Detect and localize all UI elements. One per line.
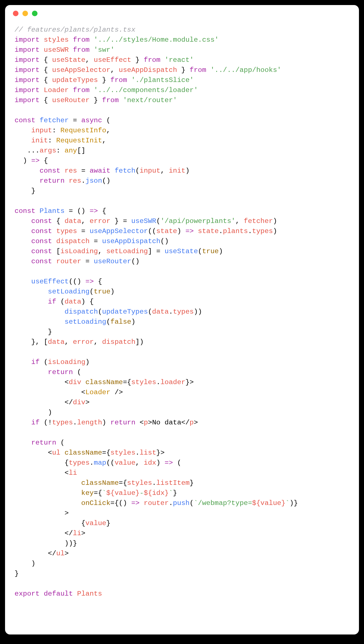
- jsx-tag: p: [190, 419, 194, 426]
- punc: (: [190, 499, 194, 507]
- punc: ] =: [148, 247, 165, 255]
- punc: <: [140, 419, 144, 426]
- punc: .: [169, 499, 173, 507]
- punc: ${: [252, 499, 260, 507]
- punc: ((): [69, 278, 85, 285]
- punc: =: [90, 237, 102, 245]
- jsx-tag: Loader: [85, 388, 110, 396]
- punc: </: [48, 549, 56, 557]
- jsx-tag: ul: [56, 549, 65, 557]
- ident: styles: [44, 36, 69, 44]
- punc: {: [39, 66, 52, 74]
- call: setLoading: [65, 318, 106, 326]
- punc: ,: [160, 167, 169, 175]
- punc: (: [39, 358, 48, 366]
- kw-export: export: [15, 590, 39, 598]
- kw-import: import: [15, 86, 39, 94]
- ident: error: [90, 217, 110, 225]
- punc: =: [77, 227, 90, 235]
- kw-if: if: [48, 298, 56, 305]
- call: setLoading: [48, 288, 90, 295]
- call: fetch: [115, 167, 135, 175]
- jsx-tag: div: [73, 398, 85, 406]
- punc: [136, 419, 140, 426]
- punc: =: [81, 257, 94, 265]
- bool: false: [110, 318, 131, 326]
- ident: state: [198, 227, 219, 235]
- punc: .: [169, 308, 173, 316]
- close-icon[interactable]: [13, 11, 18, 16]
- arrow: =>: [31, 157, 40, 164]
- punc: ]): [136, 338, 144, 346]
- punc: {: [39, 56, 52, 64]
- call: useAppSelector: [90, 227, 148, 235]
- punc: >: [65, 509, 69, 517]
- punc: (: [73, 368, 81, 376]
- kw-import: import: [15, 56, 39, 64]
- kw-import: import: [15, 96, 39, 104]
- punc: ={(): [110, 499, 131, 507]
- punc: ))}: [65, 539, 77, 547]
- punc: (: [148, 308, 152, 316]
- kw-default: default: [44, 590, 73, 598]
- kw-const: const: [31, 257, 52, 265]
- ident: list: [139, 449, 156, 457]
- minimize-icon[interactable]: [22, 11, 28, 16]
- punc: (: [106, 318, 110, 326]
- ident: styles: [131, 378, 156, 386]
- tmpl: `: [102, 489, 106, 497]
- punc: }: [15, 570, 19, 577]
- ident: value: [260, 499, 281, 507]
- punc: <: [81, 388, 85, 396]
- punc: )}: [290, 499, 298, 507]
- call: useEffect: [31, 278, 69, 285]
- text: No data: [152, 419, 181, 426]
- param: init: [31, 137, 48, 144]
- punc: [81, 378, 85, 386]
- punc: {: [94, 278, 102, 285]
- kw-from: from: [110, 76, 127, 84]
- ident: styles: [127, 479, 152, 487]
- ident: listItem: [156, 479, 190, 487]
- punc: {: [39, 96, 52, 104]
- param: input: [31, 126, 52, 134]
- kw-from: from: [144, 56, 160, 64]
- ident: router: [56, 257, 81, 265]
- punc: >: [65, 549, 69, 557]
- punc: (: [56, 298, 65, 305]
- string: 'react': [165, 56, 194, 64]
- jsx-tag: div: [69, 378, 81, 386]
- kw-const: const: [31, 227, 52, 235]
- punc: ): [185, 167, 190, 175]
- jsx-tag: li: [69, 469, 77, 477]
- window-titlebar: [5, 5, 359, 22]
- punc: ,: [85, 56, 94, 64]
- kw-async: async: [81, 116, 102, 124]
- code-comment: // features/plants/plants.tsx: [15, 26, 136, 34]
- kw-import: import: [15, 46, 39, 54]
- ident: Plants: [77, 590, 102, 598]
- ident: types: [69, 459, 89, 467]
- punc: :: [48, 137, 56, 144]
- punc: }: [106, 519, 110, 527]
- punc: (: [102, 116, 111, 124]
- string: 'swr': [94, 46, 115, 54]
- punc: }: [165, 489, 169, 497]
- call: useState: [165, 247, 198, 255]
- kw-if: if: [31, 358, 40, 366]
- punc: ={: [123, 378, 131, 386]
- punc: (: [156, 217, 160, 225]
- jsx-attr: className: [85, 378, 123, 386]
- ident: types: [52, 419, 73, 426]
- type: any: [65, 147, 77, 154]
- maximize-icon[interactable]: [32, 11, 38, 16]
- punc: (): [160, 237, 169, 245]
- punc: ${: [106, 489, 115, 497]
- kw-await: await: [90, 167, 110, 175]
- punc: .: [81, 177, 85, 185]
- punc: ={: [94, 489, 102, 497]
- punc: =: [69, 116, 81, 124]
- kw-import: import: [15, 76, 39, 84]
- punc: .: [156, 378, 160, 386]
- punc: ) {: [81, 298, 94, 305]
